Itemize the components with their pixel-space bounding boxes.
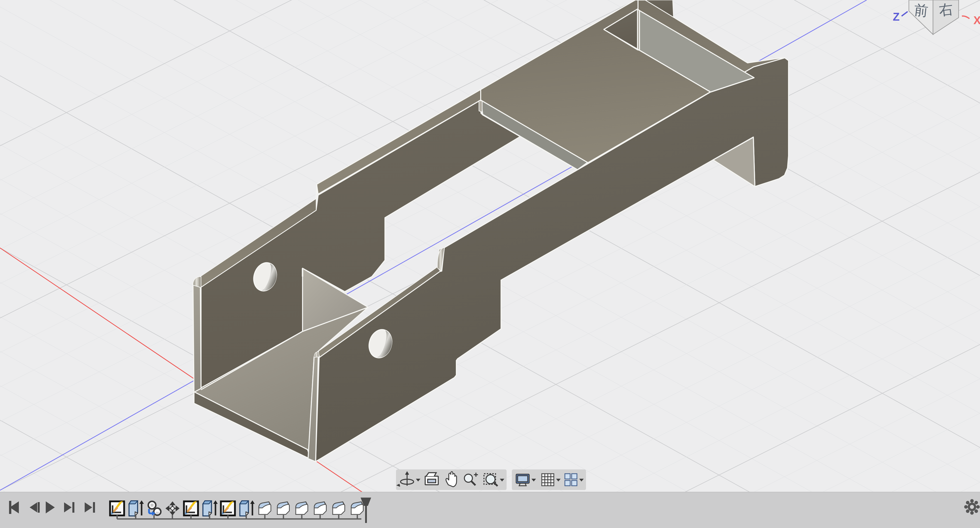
svg-text:右: 右	[938, 1, 954, 18]
svg-text:前: 前	[913, 2, 929, 19]
svg-text:Z: Z	[893, 11, 900, 23]
svg-text:X: X	[974, 14, 980, 26]
